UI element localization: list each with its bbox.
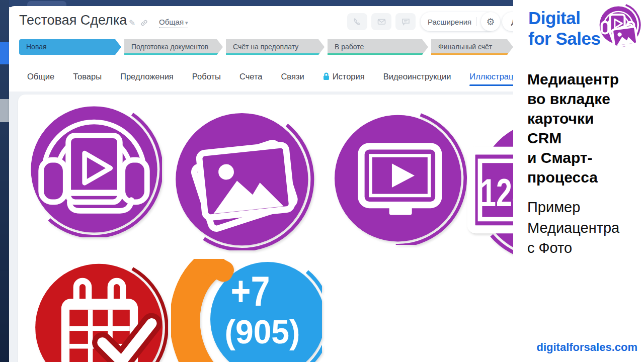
stage-underline bbox=[226, 53, 319, 55]
digits-123-icon: 123 bbox=[465, 116, 513, 261]
stage-label: Новая bbox=[26, 43, 47, 51]
sidebar-heading: Медиацентр во вкладке карточки CRM и Сма… bbox=[527, 69, 619, 187]
calendar-check-icon bbox=[31, 260, 168, 362]
subheading-line: Медиацентра bbox=[527, 218, 619, 238]
tab-label: Роботы bbox=[192, 72, 221, 81]
tab-label: История bbox=[333, 72, 365, 81]
heading-line: процесса bbox=[527, 167, 619, 187]
media-center-logo-icon bbox=[591, 1, 643, 53]
website-link: digitalforsales.com bbox=[536, 341, 637, 354]
stage-in-progress[interactable]: В работе bbox=[328, 39, 428, 55]
email-button[interactable] bbox=[371, 13, 391, 30]
settings-gear-button[interactable]: ⚙ bbox=[481, 12, 500, 31]
stage-label: Финальный счёт bbox=[438, 43, 492, 51]
tab-robots[interactable]: Роботы bbox=[192, 72, 221, 81]
heading-line: CRM bbox=[527, 128, 619, 148]
brand-wordmark: Digital for Sales bbox=[528, 8, 600, 49]
call-button[interactable] bbox=[347, 13, 367, 30]
media-item-digits[interactable]: 123 bbox=[465, 116, 513, 261]
pipeline-selector[interactable]: Общая▾ bbox=[159, 18, 188, 28]
stage-new[interactable]: Новая bbox=[19, 39, 121, 55]
deal-card: Тестовая Сделка ✎ Общая▾ bbox=[9, 6, 513, 362]
pipeline-selector-label: Общая bbox=[159, 18, 184, 26]
tab-label: Счета bbox=[239, 72, 263, 81]
tab-illustrations[interactable]: Иллюстрации bbox=[469, 72, 513, 81]
tab-label: Товары bbox=[73, 72, 102, 81]
phone-text-line1: +7 bbox=[231, 267, 270, 315]
app-left-menu-strip bbox=[0, 0, 9, 362]
stage-label: Счёт на предоплату bbox=[233, 43, 298, 51]
tab-label: Общие bbox=[27, 72, 54, 81]
heading-line: во вкладке bbox=[527, 89, 619, 109]
media-item-phone[interactable]: +7 (905) bbox=[171, 259, 322, 362]
deal-card-header: Тестовая Сделка ✎ Общая▾ bbox=[9, 6, 513, 39]
stage-docs[interactable]: Подготовка документов bbox=[124, 39, 223, 55]
gear-icon: ⚙ bbox=[486, 16, 495, 28]
deal-tabs: Общие Товары Предложения Роботы Счета Св… bbox=[27, 66, 513, 86]
deal-title: Тестовая Сделка bbox=[19, 13, 127, 28]
media-item-audiobook[interactable] bbox=[26, 102, 162, 237]
left-menu-accent-blue bbox=[0, 42, 9, 64]
tab-invoices[interactable]: Счета bbox=[239, 72, 263, 81]
stage-final-invoice[interactable]: Финальный счёт bbox=[431, 39, 513, 55]
chevron-down-icon: ▾ bbox=[185, 20, 188, 26]
photos-icon bbox=[174, 110, 314, 250]
stage-prepayment-invoice[interactable]: Счёт на предоплату bbox=[226, 39, 325, 55]
button-divider bbox=[476, 17, 477, 26]
media-item-calendar[interactable] bbox=[31, 260, 168, 362]
heading-line: Медиацентр bbox=[527, 69, 619, 89]
mail-icon bbox=[377, 17, 386, 26]
copy-link-icon[interactable] bbox=[140, 19, 148, 27]
tab-label: Связи bbox=[281, 72, 304, 81]
subheading-line: с Фото bbox=[527, 238, 619, 258]
digits-text: 123 bbox=[480, 170, 513, 215]
tab-links[interactable]: Связи bbox=[281, 72, 304, 81]
crm-screenshot: Тестовая Сделка ✎ Общая▾ bbox=[0, 0, 513, 362]
tab-label: Иллюстрации bbox=[469, 72, 513, 81]
stage-label: В работе bbox=[335, 43, 364, 51]
phone-icon bbox=[353, 17, 362, 26]
tab-video-guides[interactable]: Видеоинструкции bbox=[383, 72, 451, 81]
heading-line: карточки bbox=[527, 109, 619, 128]
actions-button-clipped[interactable]: Д bbox=[502, 12, 513, 31]
tab-label: Видеоинструкции bbox=[383, 72, 451, 81]
tab-history[interactable]: История bbox=[323, 72, 365, 81]
brand-logo bbox=[591, 1, 643, 53]
phone-call-icon: +7 (905) bbox=[171, 259, 322, 362]
left-menu-accent-grey bbox=[0, 99, 9, 122]
heading-line: и Смарт- bbox=[527, 148, 619, 167]
deal-stage-bar: Новая Подготовка документов Счёт на пред… bbox=[19, 39, 513, 55]
tab-products[interactable]: Товары bbox=[73, 72, 102, 81]
chat-button[interactable] bbox=[395, 13, 416, 30]
stage-underline bbox=[328, 53, 423, 55]
stage-label: Подготовка документов bbox=[131, 43, 208, 51]
subheading-line: Пример bbox=[527, 197, 619, 218]
edit-pencil-icon[interactable]: ✎ bbox=[129, 18, 135, 28]
tab-quotes[interactable]: Предложения bbox=[120, 72, 174, 81]
phone-text-line2: (905) bbox=[225, 313, 300, 350]
branding-sidebar: Digital for Sales Медиацентр во вкладке … bbox=[513, 0, 644, 362]
tab-label: Предложения bbox=[120, 72, 174, 81]
sidebar-subheading: Пример Медиацентра с Фото bbox=[527, 197, 619, 258]
stage-underline bbox=[431, 53, 508, 55]
media-item-video[interactable] bbox=[335, 112, 468, 245]
stage-underline bbox=[124, 53, 218, 55]
tab-general[interactable]: Общие bbox=[27, 72, 54, 81]
video-player-icon bbox=[335, 112, 468, 245]
brand-line1: Digital bbox=[528, 8, 600, 29]
extensions-label: Расширения bbox=[428, 18, 471, 26]
audiobook-icon bbox=[26, 102, 162, 237]
chat-bubble-icon bbox=[401, 17, 411, 26]
lock-icon bbox=[323, 72, 330, 80]
media-item-photos[interactable] bbox=[174, 110, 314, 250]
brand-line2: for Sales bbox=[528, 29, 600, 49]
